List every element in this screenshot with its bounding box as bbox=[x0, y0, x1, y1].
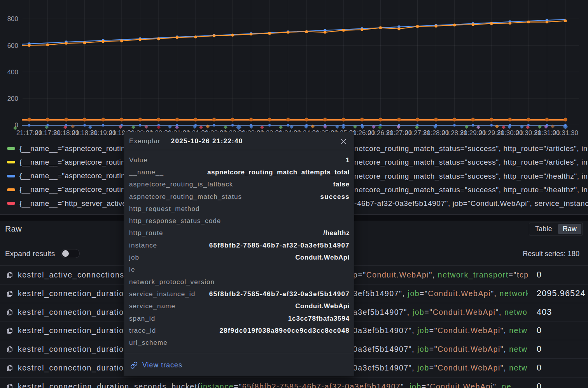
svg-text:21:31:30: 21:31:30 bbox=[553, 129, 578, 137]
svg-text:400: 400 bbox=[7, 68, 18, 76]
svg-text:800: 800 bbox=[7, 15, 18, 23]
svg-text:200: 200 bbox=[7, 95, 18, 102]
svg-text:600: 600 bbox=[7, 42, 18, 49]
